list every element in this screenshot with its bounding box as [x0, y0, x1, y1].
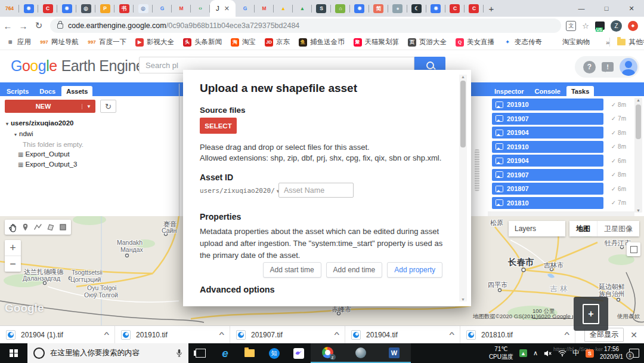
feedback-icon[interactable]: ! [602, 62, 614, 72]
asset-id-prefix[interactable]: users/zixuqiao2020/▼ [200, 187, 280, 195]
fullscreen-button[interactable] [627, 242, 640, 256]
help-icon[interactable]: ? [583, 61, 596, 73]
bookmark-item[interactable]: 聚 天猫聚划算 [354, 38, 400, 47]
task-item[interactable]: 201904 [492, 127, 603, 139]
tree-folder[interactable]: ▾ndwi [14, 129, 83, 140]
caret-icon[interactable]: ▾ [14, 132, 17, 137]
tab-tasks[interactable]: Tasks [566, 86, 594, 96]
bookmark-item[interactable]: 页 页游大全 [408, 38, 447, 47]
browser-tab[interactable]: ⌂ [331, 0, 350, 17]
back-icon[interactable]: ← [0, 21, 16, 31]
download-item[interactable]: 201810.tif ^ [460, 326, 575, 344]
bookmark-star-icon[interactable]: ☆ [582, 21, 589, 30]
chevron-up-icon[interactable]: ^ [335, 331, 339, 339]
browser-tab[interactable]: C [465, 0, 484, 17]
browser-tab[interactable]: P [95, 0, 114, 17]
bookmark-item[interactable]: Q 美女直播 [456, 38, 494, 47]
bookmark-item[interactable]: 头 头条新闻 [183, 38, 222, 47]
map-type-satellite-button[interactable]: 卫星图像 [597, 221, 639, 236]
browser-tab[interactable]: C [38, 0, 57, 17]
tab-assets[interactable]: Assets [61, 86, 92, 96]
refresh-assets-button[interactable]: ↻ [100, 100, 116, 113]
volume-muted-icon[interactable] [544, 350, 552, 357]
download-item[interactable]: 201904.tif ^ [345, 326, 460, 344]
green-tray-icon[interactable]: ▲ [519, 349, 527, 357]
add-property-button[interactable]: Add property [387, 262, 442, 278]
taskbar-search[interactable]: 在这里输入你要搜索的内容 [27, 343, 188, 363]
polyline-icon[interactable] [32, 222, 44, 233]
bookmark-item[interactable]: 鱼 捕鱼送金币 [299, 38, 345, 47]
taskbar-file-explorer[interactable] [237, 343, 262, 363]
browser-menu-icon[interactable]: ◆ [628, 21, 638, 31]
scrollbar-thumb[interactable] [460, 81, 466, 147]
browser-tab[interactable]: G [236, 0, 255, 17]
taskbar-globe-app[interactable] [344, 343, 377, 363]
scroll-down-icon[interactable]: ▼ [461, 297, 465, 302]
scroll-down-icon[interactable]: ▼ [636, 208, 640, 213]
tree-table-2[interactable]: ▦Export_Output_3 [18, 159, 83, 170]
dialog-scrollbar[interactable]: ▲ ▼ [459, 75, 467, 302]
browser-tab[interactable]: G [153, 0, 172, 17]
chevron-up-icon[interactable]: ^ [219, 331, 224, 339]
profile-avatar[interactable]: Z [611, 20, 622, 32]
close-downloads-bar-icon[interactable]: ✕ [624, 330, 644, 340]
other-bookmarks[interactable]: 其他书签 [609, 38, 644, 47]
map-terms-link[interactable]: 使用条款 [617, 313, 640, 321]
cpu-temp-widget[interactable]: 71℃ CPU温度 [489, 346, 513, 361]
zoom-in-button[interactable]: + [5, 240, 21, 256]
caret-icon[interactable]: ▾ [6, 121, 8, 127]
browser-tab[interactable]: C [445, 0, 465, 17]
address-bar[interactable]: code.earthengine.google.com/0c90a9b68b11… [50, 19, 561, 33]
taskbar-edge[interactable]: e [213, 343, 237, 363]
browser-tab[interactable]: ◎ [134, 0, 153, 17]
add-start-time-button[interactable]: Add start time [263, 262, 321, 278]
bookmark-item[interactable]: 997 百度一下 [88, 38, 126, 47]
select-files-button[interactable]: SELECT [200, 118, 237, 134]
rectangle-icon[interactable] [57, 222, 69, 233]
hidden-icons-chevron[interactable]: ∧ [533, 349, 538, 357]
browser-tab[interactable]: ▲ [293, 0, 312, 17]
asset-name-input[interactable] [278, 183, 354, 198]
bookmark-item[interactable]: 淘宝购物 [551, 38, 590, 47]
download-item[interactable]: 201904 (1).tif ^ [0, 326, 115, 344]
new-tab-button[interactable]: + [484, 4, 499, 14]
forward-icon[interactable]: → [16, 21, 31, 31]
bookmark-item[interactable]: 淘 淘宝 [231, 38, 256, 47]
editor-scrollbar[interactable] [475, 149, 479, 191]
map-type-map-button[interactable]: 地图 [569, 221, 597, 236]
active-tab[interactable]: J ✕ [210, 0, 236, 17]
bookmark-item[interactable]: JD 京东 [265, 38, 290, 47]
add-end-time-button[interactable]: Add end time [326, 262, 383, 278]
reload-icon[interactable]: ↻ [31, 20, 47, 31]
browser-tab[interactable]: ❋ [19, 0, 38, 17]
browser-tab[interactable]: M [172, 0, 191, 17]
chevron-up-icon[interactable]: ^ [565, 331, 569, 339]
browser-tab[interactable]: ◎ [76, 0, 95, 17]
browser-tab[interactable]: 简 [369, 0, 388, 17]
microphone-icon[interactable] [176, 349, 182, 358]
tree-table-1[interactable]: ▦Export_Output [18, 149, 83, 159]
browser-tab[interactable]: ● [388, 0, 407, 17]
taskbar-zhihu[interactable]: 知 [262, 343, 286, 363]
browser-tab[interactable]: S [312, 0, 331, 17]
tab-inspector[interactable]: Inspector [490, 86, 529, 96]
scroll-up-icon[interactable]: ▲ [636, 98, 640, 102]
task-item[interactable]: 201907 [492, 113, 603, 125]
translate-icon[interactable]: 文 [566, 21, 576, 31]
bookmark-item[interactable]: ⊞ 应用 [6, 38, 31, 47]
download-item[interactable]: 201907.tif ^ [230, 326, 345, 344]
polygon-icon[interactable] [45, 222, 56, 233]
maximize-button[interactable]: □ [594, 0, 619, 17]
chevron-up-icon[interactable]: ^ [104, 331, 109, 339]
file-drop-target[interactable]: + [574, 297, 608, 331]
task-view-button[interactable] [188, 343, 213, 363]
bookmark-item[interactable]: ▶ 影视大全 [135, 38, 174, 47]
taskbar-bird-app[interactable] [286, 343, 311, 363]
browser-tab[interactable]: 764 [0, 0, 19, 17]
browser-tab[interactable]: ❋ [350, 0, 369, 17]
bookmark-item[interactable]: ✦ 变态传奇 [503, 38, 542, 47]
zoom-out-button[interactable]: − [5, 256, 21, 272]
pan-hand-icon[interactable] [7, 222, 18, 233]
taskbar-chrome[interactable] [311, 343, 344, 363]
extension-icon[interactable]: US [595, 21, 605, 30]
